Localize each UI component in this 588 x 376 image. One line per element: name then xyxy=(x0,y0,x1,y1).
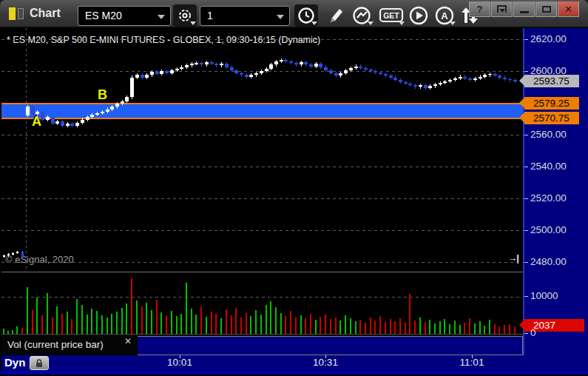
symbol-combo[interactable]: ES M20 xyxy=(78,6,171,26)
candle-down xyxy=(70,124,74,126)
candle-up xyxy=(150,72,154,75)
volume-bar xyxy=(146,303,147,335)
price-band xyxy=(1,104,523,118)
candle-up xyxy=(160,71,163,74)
candle-up xyxy=(106,110,109,112)
candle-down xyxy=(61,121,64,126)
candle-down xyxy=(498,75,501,78)
candle-down xyxy=(165,71,169,73)
volume-bar xyxy=(320,317,321,334)
candle-down xyxy=(493,74,497,75)
chevron-down-icon xyxy=(450,21,456,25)
volume-bar xyxy=(394,321,396,334)
candle-down xyxy=(359,67,362,68)
volume-bar xyxy=(160,312,162,334)
volume-bar xyxy=(36,298,38,334)
title-bar[interactable]: Chart ES M20 1 xyxy=(0,0,588,28)
candle-up xyxy=(75,123,79,126)
candle-up xyxy=(55,121,59,124)
interval-combo[interactable]: 1 xyxy=(200,6,290,26)
yellow-doc-icon xyxy=(9,7,16,20)
price-tick-label: 2520.00 xyxy=(530,192,567,204)
time-template-button[interactable] xyxy=(294,4,318,27)
candle-down xyxy=(513,80,517,81)
maximize-icon xyxy=(542,6,551,13)
volume-pane[interactable] xyxy=(1,272,523,335)
volume-bar xyxy=(414,320,416,334)
volume-bar xyxy=(111,314,112,335)
candle-down xyxy=(334,73,338,75)
price-gridline xyxy=(1,262,523,263)
price-gridline xyxy=(1,230,523,231)
candle-up xyxy=(439,83,442,84)
volume-bar xyxy=(211,312,212,334)
candle-down xyxy=(155,72,159,74)
symbol-combo-value: ES M20 xyxy=(85,10,122,21)
volume-bar xyxy=(370,318,371,334)
candle-up xyxy=(453,78,457,80)
help-button[interactable]: ? xyxy=(469,1,490,17)
minimize-button[interactable] xyxy=(513,1,535,17)
draw-tool-button[interactable] xyxy=(324,4,348,27)
symbol-settings-button[interactable] xyxy=(173,4,197,27)
volume-bar xyxy=(200,306,202,334)
candle-down xyxy=(200,63,203,64)
candle-down xyxy=(384,74,388,75)
volume-bar xyxy=(235,308,237,334)
session-open-gridline xyxy=(26,28,27,271)
candle-up xyxy=(300,62,303,64)
volume-bar xyxy=(3,329,4,334)
marker-a: A xyxy=(32,114,41,130)
volume-bar xyxy=(345,315,346,334)
candle-up xyxy=(479,77,482,78)
price-tick-label: 2500.00 xyxy=(530,224,567,235)
get-data-button[interactable]: GET xyxy=(377,4,405,27)
volume-bar xyxy=(126,303,127,334)
price-tick-mark xyxy=(524,39,528,40)
candle-down xyxy=(289,61,293,63)
close-pane-icon[interactable]: ✕ xyxy=(124,336,132,346)
candle-up xyxy=(254,73,258,75)
volume-tick-mark xyxy=(524,296,528,297)
volume-bar xyxy=(434,323,436,334)
alerts-button[interactable]: A xyxy=(433,4,456,27)
candle-down xyxy=(234,70,238,73)
dynamic-session-label: Dyn xyxy=(4,356,25,369)
candle-up xyxy=(121,101,124,104)
dock-button[interactable] xyxy=(491,1,513,17)
lock-button[interactable] xyxy=(30,356,49,370)
window-controls: ? ✕ xyxy=(468,1,579,17)
volume-bar xyxy=(379,316,381,334)
maximize-button[interactable] xyxy=(535,1,557,17)
candle-down xyxy=(389,75,393,77)
candle-down xyxy=(245,75,249,76)
candle-down xyxy=(31,107,35,114)
candle-up xyxy=(7,254,10,255)
volume-bar xyxy=(21,328,23,334)
volume-bar xyxy=(226,309,227,334)
volume-bar xyxy=(449,324,450,334)
last-price-tag: 2593.75 xyxy=(524,75,579,87)
candle-down xyxy=(408,84,412,85)
candle-up xyxy=(433,84,437,86)
candle-down xyxy=(374,71,377,73)
time-axis[interactable]: Dyn 10:0110:3111:01 xyxy=(1,355,588,371)
price-axis[interactable]: 2593.75 2579.25 2570.75 2037 2620.002600… xyxy=(523,28,588,355)
time-tick-label: 10:01 xyxy=(167,357,192,368)
volume-bar xyxy=(280,313,282,334)
studies-button[interactable] xyxy=(351,4,374,27)
play-button[interactable] xyxy=(407,4,430,27)
volume-bar xyxy=(275,307,277,334)
volume-bar xyxy=(429,320,430,334)
candle-up xyxy=(170,70,174,73)
help-glyph: ? xyxy=(477,4,483,15)
volume-bar xyxy=(151,310,152,335)
volume-bar xyxy=(81,305,83,334)
volume-bar xyxy=(469,318,470,334)
candle-down xyxy=(51,117,55,124)
candle-down xyxy=(324,67,328,70)
close-button[interactable]: ✕ xyxy=(558,1,579,17)
candle-up xyxy=(280,60,283,61)
chart-canvas[interactable]: * ES M20, S&P 500 E-MINI FUTURES - GLOBE… xyxy=(1,28,523,271)
candle-up xyxy=(125,97,129,101)
